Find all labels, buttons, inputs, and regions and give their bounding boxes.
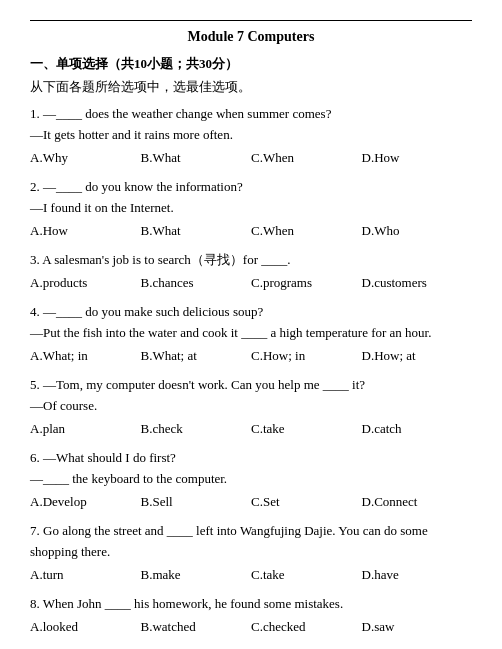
question-7: 7. Go along the street and ____ left int… xyxy=(30,521,472,586)
options-row: A.HowB.WhatC.WhenD.Who xyxy=(30,219,472,242)
option-item: C.take xyxy=(251,563,362,586)
question-line: 4. —____ do you make such delicious soup… xyxy=(30,302,472,323)
question-5: 5. —Tom, my computer doesn't work. Can y… xyxy=(30,375,472,440)
question-line: 5. —Tom, my computer doesn't work. Can y… xyxy=(30,375,472,396)
option-item: A.looked xyxy=(30,615,141,638)
question-line: —____ the keyboard to the computer. xyxy=(30,469,472,490)
question-3: 3. A salesman's job is to search（寻找）for … xyxy=(30,250,472,294)
question-2: 2. —____ do you know the information?—I … xyxy=(30,177,472,242)
option-item: D.How xyxy=(362,146,473,169)
question-line: 8. When John ____ his homework, he found… xyxy=(30,594,472,615)
question-6: 6. —What should I do first?—____ the key… xyxy=(30,448,472,513)
option-item: C.When xyxy=(251,146,362,169)
option-item: D.catch xyxy=(362,417,473,440)
option-item: B.What xyxy=(141,219,252,242)
option-item: A.Develop xyxy=(30,490,141,513)
question-1: 1. —____ does the weather change when su… xyxy=(30,104,472,169)
option-item: B.chances xyxy=(141,271,252,294)
options-row: A.lookedB.watchedC.checkedD.saw xyxy=(30,615,472,638)
option-item: D.saw xyxy=(362,615,473,638)
option-item: C.Set xyxy=(251,490,362,513)
option-item: C.programs xyxy=(251,271,362,294)
option-item: B.watched xyxy=(141,615,252,638)
option-item: C.checked xyxy=(251,615,362,638)
option-item: B.make xyxy=(141,563,252,586)
option-item: A.How xyxy=(30,219,141,242)
option-item: A.Why xyxy=(30,146,141,169)
option-item: B.What xyxy=(141,146,252,169)
option-item: A.turn xyxy=(30,563,141,586)
question-4: 4. —____ do you make such delicious soup… xyxy=(30,302,472,367)
options-row: A.DevelopB.SellC.SetD.Connect xyxy=(30,490,472,513)
question-line: 7. Go along the street and ____ left int… xyxy=(30,521,472,563)
top-divider xyxy=(30,20,472,21)
question-8: 8. When John ____ his homework, he found… xyxy=(30,594,472,638)
question-line: 2. —____ do you know the information? xyxy=(30,177,472,198)
options-row: A.WhyB.WhatC.WhenD.How xyxy=(30,146,472,169)
section-desc: 从下面各题所给选项中，选最佳选项。 xyxy=(30,79,472,96)
option-item: C.How; in xyxy=(251,344,362,367)
option-item: A.products xyxy=(30,271,141,294)
option-item: B.What; at xyxy=(141,344,252,367)
option-item: B.Sell xyxy=(141,490,252,513)
question-line: —I found it on the Internet. xyxy=(30,198,472,219)
question-line: —Of course. xyxy=(30,396,472,417)
option-item: D.How; at xyxy=(362,344,473,367)
option-item: A.plan xyxy=(30,417,141,440)
question-line: —Put the fish into the water and cook it… xyxy=(30,323,472,344)
options-row: A.What; inB.What; atC.How; inD.How; at xyxy=(30,344,472,367)
option-item: D.customers xyxy=(362,271,473,294)
option-item: D.Who xyxy=(362,219,473,242)
options-row: A.turnB.makeC.takeD.have xyxy=(30,563,472,586)
option-item: C.take xyxy=(251,417,362,440)
question-line: —It gets hotter and it rains more often. xyxy=(30,125,472,146)
question-line: 6. —What should I do first? xyxy=(30,448,472,469)
options-row: A.planB.checkC.takeD.catch xyxy=(30,417,472,440)
option-item: A.What; in xyxy=(30,344,141,367)
option-item: B.check xyxy=(141,417,252,440)
option-item: D.have xyxy=(362,563,473,586)
section-title: 一、单项选择（共10小题；共30分） xyxy=(30,55,472,73)
options-row: A.productsB.chancesC.programsD.customers xyxy=(30,271,472,294)
questions-container: 1. —____ does the weather change when su… xyxy=(30,104,472,649)
module-title: Module 7 Computers xyxy=(30,29,472,45)
option-item: D.Connect xyxy=(362,490,473,513)
question-line: 3. A salesman's job is to search（寻找）for … xyxy=(30,250,472,271)
option-item: C.When xyxy=(251,219,362,242)
question-line: 1. —____ does the weather change when su… xyxy=(30,104,472,125)
